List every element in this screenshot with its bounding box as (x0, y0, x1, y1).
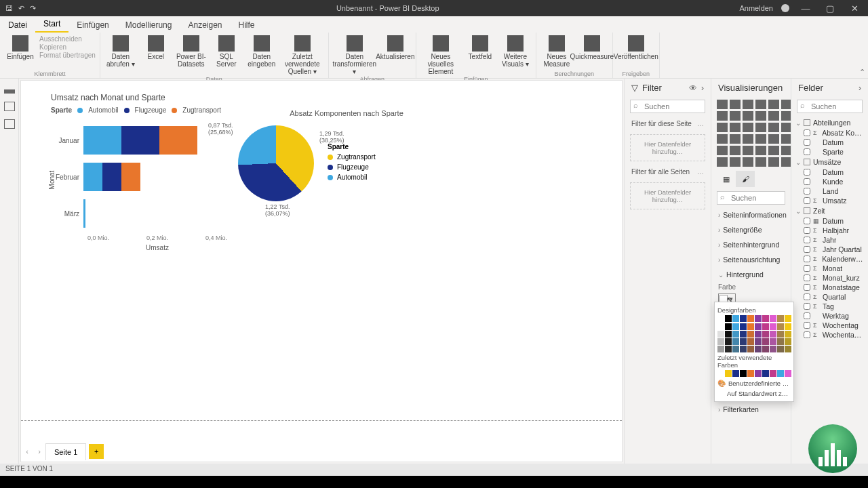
color-swatch[interactable] (755, 323, 762, 330)
field-row[interactable]: Werktag (794, 311, 865, 321)
filter-page-more-icon[interactable]: … (697, 120, 704, 127)
section-seiteninfo[interactable]: Seiteninformationen (711, 207, 791, 222)
field-row[interactable]: ΣJahr Quartal (794, 245, 865, 254)
field-row[interactable]: Datum (794, 167, 865, 177)
color-swatch[interactable] (740, 338, 747, 345)
field-row[interactable]: ΣMonatstage (794, 283, 865, 292)
color-swatch[interactable] (747, 323, 754, 330)
color-swatch[interactable] (785, 331, 791, 338)
viz-type-icon[interactable] (717, 100, 728, 109)
viz-search-input[interactable] (717, 191, 785, 205)
color-swatch[interactable] (717, 346, 724, 352)
field-row[interactable]: ΣQuartal (794, 292, 865, 302)
tab-anzeigen[interactable]: Anzeigen (180, 18, 230, 33)
color-swatch[interactable] (777, 338, 784, 345)
color-swatch[interactable] (732, 346, 739, 352)
nav-report-icon[interactable] (4, 84, 15, 94)
viz-type-icon[interactable] (743, 100, 753, 109)
viz-type-icon[interactable] (717, 123, 728, 132)
enter-data-button[interactable]: Daten eingeben (245, 34, 278, 68)
tab-hilfe[interactable]: Hilfe (231, 18, 263, 33)
color-swatch[interactable] (770, 323, 776, 330)
color-swatch[interactable] (747, 315, 754, 322)
field-row[interactable]: ΣMonat (794, 264, 865, 273)
color-swatch[interactable] (777, 323, 784, 330)
viz-type-icon[interactable] (768, 134, 779, 144)
color-swatch[interactable] (770, 346, 776, 352)
nav-data-icon[interactable] (4, 102, 15, 111)
color-swatch[interactable] (725, 338, 732, 345)
field-row[interactable]: ΣMonat_kurz (794, 273, 865, 283)
viz-type-icon[interactable] (755, 123, 766, 132)
color-swatch[interactable] (717, 331, 724, 338)
color-swatch[interactable] (732, 323, 739, 330)
quick-measure-button[interactable]: Quickmeasure (576, 34, 608, 60)
color-swatch[interactable] (725, 346, 732, 352)
section-seitenausrichtung[interactable]: Seitenausrichtung (711, 252, 791, 267)
custom-color-button[interactable]: 🎨Benutzerdefinierte … (717, 378, 791, 388)
field-row[interactable]: ΣAbsatz Kom… (794, 128, 865, 138)
viz-type-icon[interactable] (717, 157, 728, 167)
color-swatch[interactable] (732, 331, 739, 338)
section-seitengroesse[interactable]: Seitengröße (711, 222, 791, 237)
filter-all-more-icon[interactable]: … (697, 168, 704, 176)
color-swatch[interactable] (732, 370, 739, 377)
viz-type-icon[interactable] (730, 146, 741, 155)
fields-search-input[interactable] (797, 100, 863, 113)
color-swatch[interactable] (755, 315, 762, 322)
tab-start[interactable]: Start (35, 16, 68, 33)
viz-type-icon[interactable] (755, 134, 766, 144)
field-row[interactable]: ΣHalbjahr (794, 226, 865, 235)
viz-type-icon[interactable] (730, 123, 741, 132)
color-swatch[interactable] (762, 323, 769, 330)
viz-type-icon[interactable] (717, 111, 728, 121)
copy-button[interactable]: Kopieren (39, 43, 96, 51)
color-swatch[interactable] (725, 315, 732, 322)
undo-icon[interactable]: ↶ (18, 4, 24, 13)
color-swatch[interactable] (740, 315, 747, 322)
color-swatch[interactable] (755, 370, 762, 377)
transform-data-button[interactable]: Daten transformieren ▾ (333, 34, 376, 75)
page-tab[interactable]: Seite 1 (45, 443, 86, 460)
viz-type-icon[interactable] (743, 123, 753, 132)
filter-collapse-icon[interactable]: › (701, 83, 704, 93)
close-button[interactable]: ✕ (846, 3, 863, 14)
format-tab-icon[interactable]: 🖌 (736, 171, 755, 187)
color-swatch[interactable] (785, 370, 791, 377)
more-visuals-button[interactable]: Weitere Visuals ▾ (499, 34, 532, 68)
field-row[interactable]: Datum (794, 138, 865, 147)
table-row[interactable]: Umsätze (794, 157, 865, 167)
viz-type-icon[interactable] (768, 123, 779, 132)
color-swatch[interactable] (740, 346, 747, 352)
tab-file[interactable]: Datei (0, 18, 35, 33)
tab-einfuegen[interactable]: Einfügen (68, 18, 117, 33)
maximize-button[interactable]: ▢ (822, 3, 838, 14)
table-row[interactable]: Zeit (794, 205, 865, 216)
viz-type-icon[interactable] (743, 146, 753, 155)
redo-icon[interactable]: ↷ (30, 4, 36, 13)
viz-type-icon[interactable] (730, 111, 741, 121)
color-swatch[interactable] (777, 331, 784, 338)
filter-page-dropzone[interactable]: Hier Datenfelder hinzufüg… (630, 134, 705, 161)
excel-button[interactable]: Excel (140, 34, 172, 60)
color-swatch[interactable] (732, 315, 739, 322)
publish-button[interactable]: Veröffentlichen (617, 34, 655, 60)
save-icon[interactable]: 🖫 (5, 4, 13, 13)
signin-link[interactable]: Anmelden (739, 4, 773, 12)
tab-modellierung[interactable]: Modellierung (117, 18, 180, 33)
field-row[interactable]: ΣJahr (794, 235, 865, 245)
color-swatch[interactable] (725, 370, 732, 377)
nav-model-icon[interactable] (4, 119, 15, 129)
color-swatch[interactable] (755, 331, 762, 338)
reset-color-button[interactable]: Auf Standardwert zurü… (717, 388, 791, 399)
viz-type-icon[interactable] (768, 100, 779, 109)
color-swatch[interactable] (785, 346, 791, 352)
pbi-datasets-button[interactable]: Power BI-Datasets (175, 34, 208, 68)
viz-type-icon[interactable] (730, 134, 741, 144)
color-swatch[interactable] (785, 315, 791, 322)
page-prev-button[interactable]: ‹ (21, 447, 33, 455)
color-swatch[interactable] (755, 346, 762, 352)
viz-type-icon[interactable] (768, 111, 779, 121)
field-row[interactable]: Kunde (794, 177, 865, 186)
viz-type-icon[interactable] (717, 134, 728, 144)
